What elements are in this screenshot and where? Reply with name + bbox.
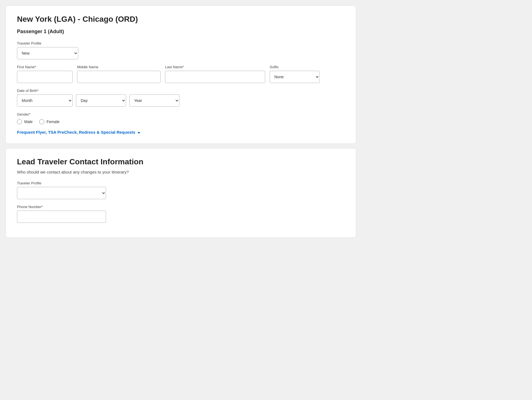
lead-traveler-profile-label: Traveler Profile xyxy=(17,181,345,185)
dob-day-col: Day xyxy=(76,94,126,107)
phone-number-group: Phone Number* xyxy=(17,205,345,223)
lead-traveler-subtitle: Who should we contact about any changes … xyxy=(17,170,345,174)
first-name-input[interactable] xyxy=(17,71,73,83)
gender-male-option[interactable]: Male xyxy=(17,119,33,124)
last-name-col: Last Name* xyxy=(165,65,265,83)
suffix-select[interactable]: None Jr. Sr. II III IV xyxy=(270,71,320,83)
gender-radio-group: Male Female xyxy=(17,119,345,124)
traveler-profile-select[interactable]: New xyxy=(17,47,78,59)
passenger-title: Passenger 1 (Adult) xyxy=(17,29,345,35)
dob-year-col: Year xyxy=(129,94,179,107)
gender-group: Gender* Male Female xyxy=(17,112,345,124)
traveler-profile-group: Traveler Profile New xyxy=(17,41,345,59)
frequent-flyer-link[interactable]: Frequent Flyer, TSA PreCheck, Redress & … xyxy=(17,130,345,135)
dob-month-col: Month January February March April May J… xyxy=(17,94,73,107)
middle-name-input[interactable] xyxy=(77,71,161,83)
phone-number-input[interactable] xyxy=(17,211,106,223)
gender-female-radio[interactable] xyxy=(39,119,44,124)
lead-traveler-profile-group: Traveler Profile ​ xyxy=(17,181,345,199)
middle-name-label: Middle Name xyxy=(77,65,161,69)
gender-label: Gender* xyxy=(17,112,345,116)
route-title: New York (LGA) - Chicago (ORD) xyxy=(17,15,345,24)
first-name-label: First Name* xyxy=(17,65,73,69)
dob-month-select[interactable]: Month January February March April May J… xyxy=(17,94,73,107)
lead-traveler-card: Lead Traveler Contact Information Who sh… xyxy=(6,148,356,238)
last-name-label: Last Name* xyxy=(165,65,265,69)
gender-male-label[interactable]: Male xyxy=(24,119,33,124)
dob-group: Date of Birth* Month January February Ma… xyxy=(17,89,345,107)
suffix-col: Suffix None Jr. Sr. II III IV xyxy=(270,65,320,83)
phone-number-label: Phone Number* xyxy=(17,205,345,209)
dob-row: Month January February March April May J… xyxy=(17,94,345,107)
frequent-flyer-link-text: Frequent Flyer, TSA PreCheck, Redress & … xyxy=(17,130,135,135)
lead-traveler-profile-select[interactable]: ​ xyxy=(17,187,106,199)
dob-day-select[interactable]: Day xyxy=(76,94,126,107)
gender-female-label[interactable]: Female xyxy=(46,119,60,124)
lead-traveler-title: Lead Traveler Contact Information xyxy=(17,157,345,166)
dob-year-select[interactable]: Year xyxy=(129,94,179,107)
suffix-label: Suffix xyxy=(270,65,320,69)
passenger-card: New York (LGA) - Chicago (ORD) Passenger… xyxy=(6,6,356,144)
first-name-col: First Name* xyxy=(17,65,73,83)
last-name-input[interactable] xyxy=(165,71,265,83)
middle-name-col: Middle Name xyxy=(77,65,161,83)
chevron-down-icon xyxy=(137,132,140,134)
gender-female-option[interactable]: Female xyxy=(39,119,60,124)
gender-male-radio[interactable] xyxy=(17,119,22,124)
traveler-profile-label: Traveler Profile xyxy=(17,41,345,45)
dob-label: Date of Birth* xyxy=(17,89,345,93)
name-row: First Name* Middle Name Last Name* Suffi… xyxy=(17,65,345,83)
